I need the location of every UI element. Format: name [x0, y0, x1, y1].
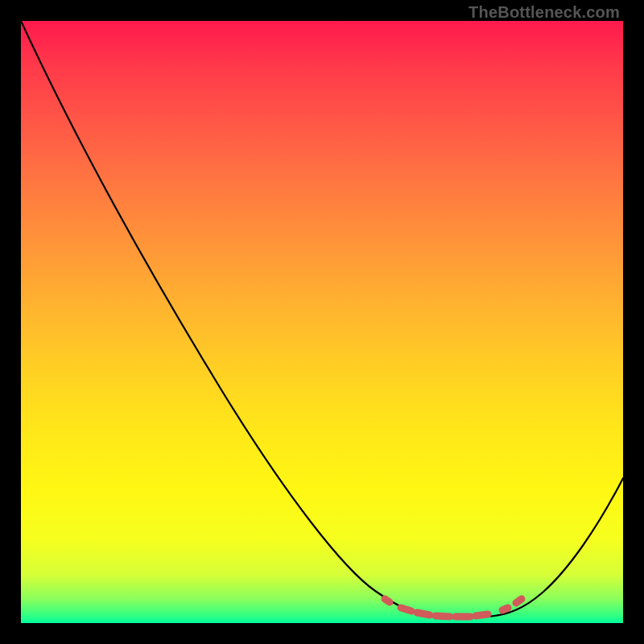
- curve-path: [21, 21, 623, 618]
- highlight-dash-4: [436, 616, 450, 617]
- credit-text: TheBottleneck.com: [469, 3, 620, 22]
- chart-svg: [21, 21, 623, 623]
- highlight-dash-2: [401, 608, 411, 611]
- chart-area: [21, 21, 623, 623]
- highlight-dash-6: [476, 614, 488, 616]
- highlight-dash-7: [502, 608, 508, 610]
- highlight-dash-1: [385, 599, 390, 602]
- highlight-dash-3: [417, 613, 430, 615]
- highlight-dash-8: [516, 599, 522, 603]
